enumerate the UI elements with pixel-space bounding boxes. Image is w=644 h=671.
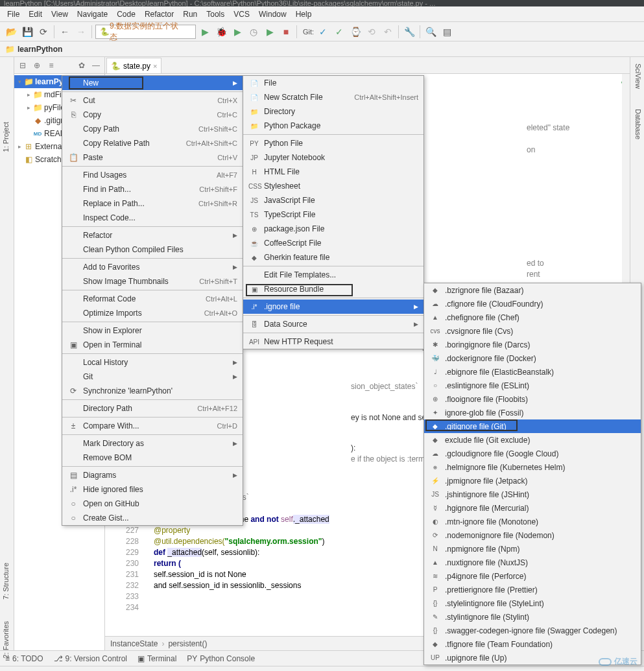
run-cell-icon[interactable]: ▶ — [263, 25, 277, 39]
save-icon[interactable]: 💾 — [20, 25, 34, 39]
tab-vcs[interactable]: ⎇9: Version Control — [54, 654, 127, 663]
ctx-refactor[interactable]: Refactor▶ — [62, 228, 243, 242]
menu-help[interactable]: Help — [291, 8, 316, 21]
new-new-http-request[interactable]: APINew HTTP Request — [243, 335, 423, 349]
ctx-show-image-thumbnails[interactable]: Show Image ThumbnailsCtrl+Shift+T — [62, 274, 243, 288]
new-python-file[interactable]: PYPython File — [243, 136, 423, 150]
profile-icon[interactable]: ◷ — [246, 25, 261, 39]
new-typescript-file[interactable]: TSTypeScript File — [243, 207, 423, 222]
ignore--ebignore-file-elasticbeanstalk-[interactable]: ♩.ebignore file (ElasticBeanstalk) — [424, 365, 641, 379]
collapse-icon[interactable]: ⊟ — [17, 60, 29, 71]
git-revert-icon[interactable]: ↶ — [381, 25, 395, 39]
new-file[interactable]: 📄File — [243, 76, 423, 90]
new-new-scratch-file[interactable]: 📄New Scratch FileCtrl+Alt+Shift+Insert — [243, 90, 423, 104]
tab-project[interactable]: 1: Project — [2, 122, 10, 152]
ctx-git[interactable]: Git▶ — [62, 370, 243, 384]
ctx-new[interactable]: New▶ — [62, 76, 243, 90]
ctx-copy-path[interactable]: Copy PathCtrl+Shift+C — [62, 122, 243, 136]
new-package-json-file[interactable]: ⊕package.json File — [243, 222, 423, 236]
ignore-exclude-file-git-exclude-[interactable]: ◆exclude file (Git exclude) — [424, 433, 641, 447]
tab-sciview[interactable]: SciView — [634, 64, 642, 89]
tab-favorites[interactable]: 2: Favorites — [2, 621, 10, 658]
git-commit-icon[interactable]: ✓ — [332, 25, 346, 39]
ctx-compare-with-[interactable]: ±Compare With...Ctrl+D — [62, 419, 243, 433]
new-directory[interactable]: 📁Directory — [243, 104, 423, 119]
git-update-icon[interactable]: ✓ — [316, 25, 330, 39]
ctx-cut[interactable]: ✂CutCtrl+X — [62, 93, 243, 108]
new-stylesheet[interactable]: CSSStylesheet — [243, 179, 423, 193]
ctx-diagrams[interactable]: ▤Diagrams▶ — [62, 468, 243, 482]
hide-icon[interactable]: — — [90, 60, 102, 71]
search-icon[interactable]: 🔍 — [423, 25, 438, 39]
crumb-method[interactable]: persistent() — [168, 639, 207, 648]
ctx-copy[interactable]: ⎘CopyCtrl+C — [62, 108, 243, 122]
ignore--jshintignore-file-jshint-[interactable]: JS.jshintignore file (JSHint) — [424, 488, 641, 501]
ignore--chefignore-file-chef-[interactable]: ▲.chefignore file (Chef) — [424, 311, 641, 324]
ignore--gcloudignore-file-google-cloud-[interactable]: ☁.gcloudignore file (Google Cloud) — [424, 447, 641, 460]
ignore--stylelintignore-file-stylelint-[interactable]: {}.stylelintignore file (StyleLint) — [424, 596, 641, 610]
ignore--gitignore-file-git-[interactable]: ◆.gitignore file (Git) — [424, 419, 641, 433]
ctx-mark-directory-as[interactable]: Mark Directory as▶ — [62, 436, 243, 451]
menu-navigate[interactable]: Navigate — [73, 8, 112, 21]
new-edit-file-templates-[interactable]: Edit File Templates... — [243, 268, 423, 282]
open-icon[interactable]: 📂 — [4, 25, 18, 39]
ignore--jpmignore-file-jetpack-[interactable]: ⚡.jpmignore file (Jetpack) — [424, 474, 641, 488]
forward-icon[interactable]: → — [74, 25, 88, 39]
new-javascript-file[interactable]: JSJavaScript File — [243, 193, 423, 207]
ignore--mtn-ignore-file-monotone-[interactable]: ◐.mtn-ignore file (Monotone) — [424, 515, 641, 528]
settings-icon[interactable]: 🔧 — [402, 25, 416, 39]
target-icon[interactable]: ⊕ — [31, 60, 43, 71]
new--ignore-file[interactable]: .i*.ignore file▶ — [243, 300, 423, 314]
tab-pyconsole[interactable]: PYPython Console — [187, 654, 255, 663]
ctx-add-to-favorites[interactable]: Add to Favorites▶ — [62, 260, 243, 274]
ignore--bzrignore-file-bazaar-[interactable]: ◆.bzrignore file (Bazaar) — [424, 283, 641, 297]
ignore--hgignore-file-mercurial-[interactable]: ☿.hgignore file (Mercurial) — [424, 501, 641, 515]
close-icon[interactable]: × — [153, 62, 157, 70]
tab-terminal[interactable]: ▣Terminal — [137, 654, 176, 663]
new-data-source[interactable]: 🗄Data Source▶ — [243, 317, 423, 331]
ignore--eslintignore-file-eslint-[interactable]: ○.eslintignore file (ESLint) — [424, 379, 641, 392]
breadcrumb-project[interactable]: learnPython — [18, 45, 62, 54]
run-config-combo[interactable]: 🐍 9.数据实例的五个状态 — [95, 25, 196, 39]
ctx-create-gist-[interactable]: ○Create Gist... — [62, 511, 243, 525]
ctx-paste[interactable]: 📋PasteCtrl+V — [62, 150, 243, 165]
crumb-class[interactable]: InstanceState — [110, 639, 158, 648]
ignore--npmignore-file-npm-[interactable]: N.npmignore file (Npm) — [424, 542, 641, 556]
ignore--cvsignore-file-cvs-[interactable]: cvs.cvsignore file (Cvs) — [424, 324, 641, 338]
ctx-open-in-terminal[interactable]: ▣Open in Terminal — [62, 338, 243, 352]
new-coffeescript-file[interactable]: ☕CoffeeScript File — [243, 236, 423, 250]
editor-tab[interactable]: 🐍 state.py × — [106, 58, 161, 73]
ctx-synchronize-learnpython-[interactable]: ⟳Synchronize 'learnPython' — [62, 384, 243, 398]
menu-window[interactable]: Window — [254, 8, 291, 21]
menu-run[interactable]: Run — [178, 8, 202, 21]
menu-edit[interactable]: Edit — [24, 8, 47, 21]
menu-refactor[interactable]: Refactor — [140, 8, 178, 21]
new-gherkin-feature-file[interactable]: ◆Gherkin feature file — [243, 250, 423, 265]
sync-icon[interactable]: ⟳ — [36, 25, 51, 39]
ignore--prettierignore-file-prettier-[interactable]: P.prettierignore file (Prettier) — [424, 583, 641, 596]
ignore--stylintignore-file-stylint-[interactable]: ✎.stylintignore file (Stylint) — [424, 610, 641, 624]
ctx-replace-in-path-[interactable]: Replace in Path...Ctrl+Shift+R — [62, 196, 243, 211]
git-history-icon[interactable]: ⟲ — [364, 25, 379, 39]
ctx-local-history[interactable]: Local History▶ — [62, 355, 243, 370]
ctx-reformat-code[interactable]: Reformat CodeCtrl+Alt+L — [62, 292, 243, 306]
ctx-directory-path[interactable]: Directory PathCtrl+Alt+F12 — [62, 401, 243, 416]
tab-todo[interactable]: ≡6: TODO — [5, 654, 43, 663]
ignore-ignore-glob-file-fossil-[interactable]: ✦ignore-glob file (Fossil) — [424, 406, 641, 419]
menu-view[interactable]: View — [47, 8, 73, 21]
ctx-find-usages[interactable]: Find UsagesAlt+F7 — [62, 168, 243, 182]
ctx-show-in-explorer[interactable]: Show in Explorer — [62, 324, 243, 338]
ctx-clean-python-compiled-files[interactable]: Clean Python Compiled Files — [62, 242, 243, 257]
run-coverage-icon[interactable]: ▶ — [230, 25, 244, 39]
ignore--flooignore-file-floobits-[interactable]: ⊕.flooignore file (Floobits) — [424, 392, 641, 406]
menu-vcs[interactable]: VCS — [229, 8, 254, 21]
ignore--boringignore-file-darcs-[interactable]: ✱.boringignore file (Darcs) — [424, 338, 641, 351]
git-compare-icon[interactable]: ⌚ — [348, 25, 363, 39]
ignore--p4ignore-file-perforce-[interactable]: ≋.p4ignore file (Perforce) — [424, 569, 641, 583]
debug-icon[interactable]: 🐞 — [214, 25, 228, 39]
ignore--nuxtignore-file-nuxtjs-[interactable]: ▲.nuxtignore file (NuxtJS) — [424, 556, 641, 569]
gear-icon[interactable]: ✿ — [76, 60, 88, 71]
menu-tools[interactable]: Tools — [202, 8, 229, 21]
run-icon[interactable]: ▶ — [198, 25, 212, 39]
ctx-remove-bom[interactable]: Remove BOM — [62, 451, 243, 465]
